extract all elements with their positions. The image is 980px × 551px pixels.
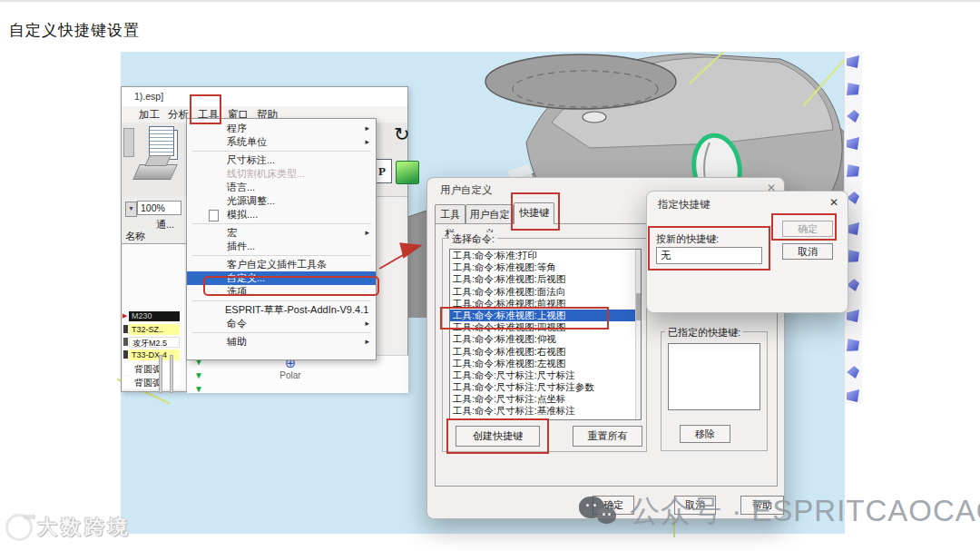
command-item[interactable]: 工具:命令:标准视图:右视图 <box>450 346 641 358</box>
green-arrow-icon[interactable]: ▼ <box>194 370 203 380</box>
polar-mode-button[interactable]: ⊕ Polar <box>270 356 311 392</box>
scrollbar-thumb[interactable] <box>636 293 641 320</box>
menu-item-system-units[interactable]: 系统单位 ▸ <box>187 135 376 149</box>
menu-item-lighting[interactable]: 光源调整... <box>187 194 376 208</box>
menu-item-label: 命令 <box>227 318 247 329</box>
menu-item-label: 插件... <box>227 241 255 251</box>
copy-document-icon[interactable] <box>149 126 174 156</box>
menu-item-addins[interactable]: 插件... <box>187 240 376 253</box>
menu-item-label: 语言... <box>227 182 255 192</box>
cam-tool-icon[interactable] <box>847 250 859 262</box>
menu-item-machining[interactable]: 加工 <box>139 108 160 122</box>
command-item[interactable]: 工具:命令:标准视图:前视图 <box>450 298 641 310</box>
menu-item-commands[interactable]: 命令 ▸ <box>187 317 376 330</box>
menu-item-label: ESPRIT-草草-Post-AddIn-V9.4.1 <box>225 304 368 315</box>
watermark-left: 100 大数跨境 <box>5 514 132 541</box>
command-item[interactable]: 工具:命令:尺寸标注:尺寸标注参数 <box>450 381 641 393</box>
menu-item-program[interactable]: 程序 ▸ <box>187 122 376 135</box>
close-icon[interactable]: ✕ <box>829 196 838 209</box>
command-item[interactable]: 工具:命令:尺寸标注:点坐标 <box>450 393 641 405</box>
menu-item-language[interactable]: 语言... <box>187 181 376 194</box>
cam-tool-icon[interactable] <box>847 110 859 123</box>
zoom-level-combo[interactable]: 100% <box>137 201 181 215</box>
splitter-bar[interactable] <box>159 355 162 393</box>
submenu-arrow-icon: ▸ <box>365 122 369 135</box>
submenu-arrow-icon: ▸ <box>365 226 369 240</box>
command-item[interactable]: 工具:命令:标准视图:四视图 <box>450 321 641 333</box>
command-item[interactable]: 工具:命令:标准:打印 <box>450 250 641 261</box>
cam-tool-icon[interactable] <box>847 310 859 322</box>
tools-dropdown-menu: 程序 ▸ 系统单位 ▸ 尺寸标注... 线切割机床类型... 语言... 光源调… <box>186 118 377 360</box>
cam-tool-icon[interactable] <box>847 192 859 204</box>
menu-separator <box>191 255 371 256</box>
cam-tool-icon[interactable] <box>847 279 859 291</box>
tab-user-custom[interactable]: 用户自定义 <box>466 204 514 223</box>
menu-item-auxiliary[interactable]: 辅助 ▸ <box>187 335 376 349</box>
name-column-header[interactable]: 名称 <box>125 230 145 243</box>
operation-row[interactable]: M230 <box>129 311 180 321</box>
reset-all-button[interactable]: 重置所有 <box>573 426 642 447</box>
stamp-icon[interactable] <box>132 164 178 180</box>
ok-button[interactable]: 确定 <box>782 221 833 237</box>
menu-item-dimensioning[interactable]: 尺寸标注... <box>187 153 376 167</box>
menu-item-label: 光源调整... <box>227 195 275 206</box>
operation-row[interactable]: T32-SZ.. <box>129 324 180 335</box>
toolbar-icon-partial[interactable] <box>123 128 134 157</box>
menu-item-label: 尺寸标注... <box>227 154 275 165</box>
create-shortcut-button[interactable]: 创建快捷键 <box>456 426 540 447</box>
row-label: M230 <box>132 311 152 320</box>
row-label: 攻牙M2.5 <box>132 339 167 348</box>
cam-tool-icon[interactable] <box>847 222 859 235</box>
splitter-bar[interactable] <box>170 355 173 393</box>
command-item[interactable]: 工具:命令:标准视图:等角 <box>450 261 641 273</box>
menu-item-customize[interactable]: 自定义... <box>187 271 376 285</box>
dropdown-arrow-icon: ▾ <box>129 204 132 212</box>
menu-item-label: 系统单位 <box>227 136 267 147</box>
command-item-selected[interactable]: 工具:命令:标准视图:上视图 <box>450 310 641 321</box>
command-item[interactable]: 工具:命令:标准视图:左视图 <box>450 358 641 369</box>
tab-toolbars[interactable]: 工具栏 <box>435 204 466 223</box>
cam-tool-icon[interactable] <box>847 83 859 95</box>
menu-item-macro[interactable]: 宏 ▸ <box>187 226 376 240</box>
cam-tool-icon[interactable] <box>847 339 859 351</box>
cam-tool-icon[interactable] <box>847 164 859 177</box>
cam-tool-icon[interactable] <box>847 389 859 402</box>
operation-row[interactable]: 攻牙M2.5 <box>129 337 180 348</box>
menu-item-simulation[interactable]: 模拟.... <box>187 208 376 221</box>
rotate-icon[interactable]: ↻ <box>394 123 410 145</box>
remove-button[interactable]: 移除 <box>680 425 730 443</box>
green-block-icon[interactable] <box>396 161 419 184</box>
assigned-shortcuts-label: 已指定的快捷键: <box>665 326 743 339</box>
command-item[interactable]: 工具:命令:尺寸标注:基准标注 <box>450 405 641 417</box>
new-shortcut-input[interactable] <box>656 247 762 264</box>
button-label: 移除 <box>695 428 715 441</box>
command-item[interactable]: 工具:命令:标准视图:面法向 <box>450 286 641 298</box>
menu-item-options[interactable]: 选项... <box>187 285 376 299</box>
button-label: 创建快捷键 <box>473 429 523 443</box>
window-titlebar: 1).esp] <box>122 87 407 107</box>
row-label: T32-SZ.. <box>132 325 163 334</box>
green-arrow-icon[interactable]: ▼ <box>194 384 203 394</box>
simulation-icon <box>209 210 219 221</box>
command-item[interactable]: 工具:命令:尺寸标注:尺寸标注 <box>450 369 641 381</box>
watermark-right-text: 公众号 · ESPRITCAOCAO <box>630 491 980 532</box>
row-label: 背圆弧 <box>134 364 162 374</box>
command-item[interactable]: 工具:命令:标准视图:仰视 <box>450 333 641 345</box>
command-listbox[interactable]: 工具:命令:标准:打印 工具:命令:标准视图:等角 工具:命令:标准视图:后视图… <box>449 249 642 420</box>
tab-shortcut-keys[interactable]: 快捷键 <box>514 202 554 224</box>
command-list-scrollbar[interactable] <box>635 250 641 419</box>
command-item[interactable]: 工具:命令:标准视图:后视图 <box>450 273 641 285</box>
screenshot-page: 自定义快捷键设置 1).esp] <box>0 0 980 551</box>
zoom-dropdown-arrow[interactable]: ▾ <box>125 202 137 217</box>
button-label: 取消 <box>798 245 818 259</box>
menu-item-label: 程序 <box>227 123 247 133</box>
cam-tool-icon[interactable] <box>847 55 859 68</box>
watermark-left-text: 大数跨境 <box>37 514 132 541</box>
cam-tool-icon[interactable] <box>847 137 859 150</box>
menu-item-custom-addin-toolbar[interactable]: 客户自定义插件工具条 <box>187 258 376 271</box>
submenu-arrow-icon: ▸ <box>365 317 369 330</box>
assigned-shortcuts-listbox[interactable] <box>668 343 760 410</box>
cam-tool-icon[interactable] <box>847 366 859 379</box>
menu-item-esprit-post-addin[interactable]: ESPRIT-草草-Post-AddIn-V9.4.1 <box>187 303 376 317</box>
cancel-button[interactable]: 取消 <box>782 243 833 260</box>
